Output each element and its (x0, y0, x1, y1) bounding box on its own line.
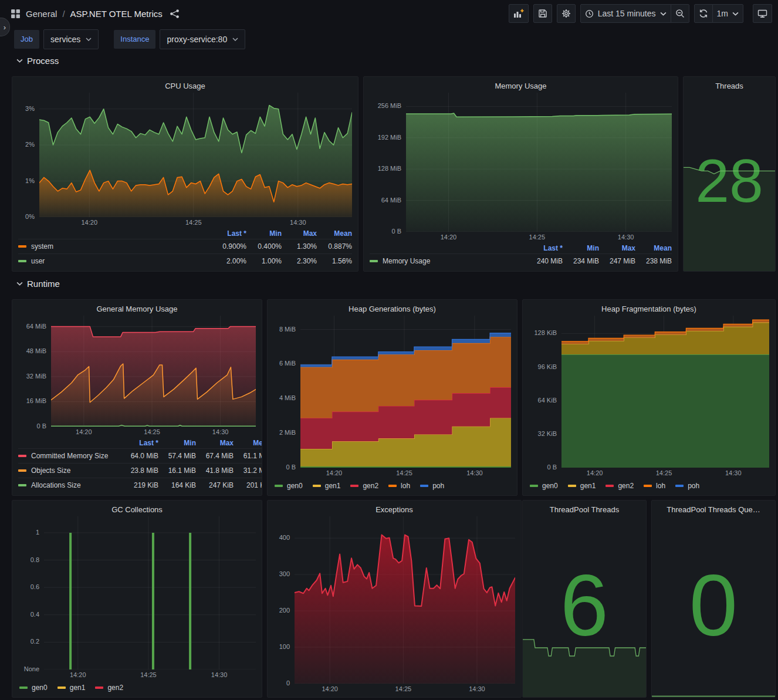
x-axis: 14:2014:2514:30 (273, 468, 511, 478)
legend-item[interactable]: gen2 (606, 482, 634, 490)
chevron-down-icon (16, 282, 23, 286)
legend-series-name[interactable]: system (18, 242, 211, 251)
add-panel-button[interactable] (509, 4, 529, 23)
job-variable-label[interactable]: Job (14, 30, 39, 49)
legend-column-header[interactable]: Mean (234, 439, 262, 447)
chart-canvas[interactable] (561, 316, 769, 468)
legend-column-header[interactable]: Max (599, 244, 635, 252)
breadcrumb-separator: / (62, 9, 65, 19)
legend-column-header[interactable]: Mean (317, 229, 352, 238)
section-runtime[interactable]: Runtime (16, 279, 60, 289)
x-tick-label: 14:25 (529, 234, 546, 241)
legend-value: 238 MiB (635, 257, 672, 265)
panel-title[interactable]: Memory Usage (370, 80, 672, 93)
legend-column-header[interactable]: Min (246, 229, 282, 238)
dashboards-grid-icon[interactable] (11, 9, 21, 19)
y-tick-label: 200 (279, 607, 290, 614)
legend-column-header[interactable]: Min (563, 244, 599, 252)
panel-threadpool-queue: ThreadPool Threads Que… 0 (651, 500, 776, 698)
dashboard-title[interactable]: ASP.NET OTEL Metrics (70, 9, 163, 19)
chart-canvas[interactable] (39, 93, 352, 217)
dashboard-settings-button[interactable] (557, 4, 576, 23)
plot-area: 0 B2 MiB4 MiB6 MiB8 MiB (273, 316, 511, 468)
refresh-button[interactable] (694, 4, 713, 23)
panel-cpu-usage: CPU Usage 0%1%2%3%14:2014:2514:30Last *M… (12, 76, 358, 272)
legend-row[interactable]: Memory Usage240 MiB234 MiB247 MiB238 MiB (370, 253, 672, 268)
zoom-out-button[interactable] (671, 4, 689, 23)
legend-item[interactable]: gen2 (350, 482, 378, 490)
x-tick-label: 14:30 (466, 469, 483, 476)
panel-title[interactable]: GC Collections (18, 503, 256, 516)
legend-item[interactable]: gen0 (530, 482, 558, 490)
legend-series-name[interactable]: Memory Usage (370, 257, 526, 265)
legend-column-header[interactable]: Max (282, 229, 317, 238)
panel-title[interactable]: General Memory Usage (18, 303, 256, 316)
y-tick-label: 4 MiB (279, 394, 296, 401)
y-axis: 0 B64 MiB128 MiB192 MiB256 MiB (370, 93, 406, 232)
legend-row[interactable]: system0.900%0.400%1.30%0.887% (18, 239, 352, 253)
legend-header: Last *MinMaxMean (18, 228, 352, 239)
legend-row[interactable]: user2.00%1.00%2.30%1.56% (18, 253, 352, 268)
legend-column-header[interactable]: Mean (635, 244, 672, 252)
legend-item[interactable]: gen1 (57, 684, 86, 692)
save-dashboard-button[interactable] (533, 4, 552, 23)
chart-canvas[interactable] (51, 316, 256, 427)
instance-variable-label[interactable]: Instance (114, 30, 155, 49)
legend-row[interactable]: Committed Memory Size64.0 MiB57.4 MiB67.… (18, 448, 262, 463)
chart-canvas[interactable] (300, 316, 511, 468)
legend-column-header[interactable]: Last * (526, 244, 563, 252)
legend-item[interactable]: gen0 (19, 684, 48, 692)
legend-row[interactable]: Allocations Size219 KiB164 KiB247 KiB201… (18, 478, 262, 492)
chevron-down-icon (86, 38, 92, 41)
legend-series-name[interactable]: Committed Memory Size (18, 452, 121, 460)
legend-item[interactable]: loh (388, 482, 410, 490)
y-tick-label: 128 KiB (534, 329, 557, 336)
y-tick-label: 64 KiB (538, 397, 557, 404)
time-range-picker[interactable]: Last 15 minutes (580, 4, 671, 23)
legend-row[interactable]: Objects Size23.8 MiB16.1 MiB41.8 MiB31.2… (18, 463, 262, 478)
instance-variable-dropdown[interactable]: proxy-service:80 (160, 29, 245, 49)
legend-item[interactable]: loh (644, 482, 665, 490)
legend-series-name[interactable]: Objects Size (18, 466, 121, 475)
time-controls: Last 15 minutes (580, 4, 689, 23)
chart-canvas[interactable] (406, 93, 672, 232)
legend-item[interactable]: gen2 (95, 684, 123, 692)
chart-canvas[interactable] (295, 516, 515, 684)
tv-mode-button[interactable] (753, 4, 772, 23)
share-icon[interactable] (170, 9, 180, 19)
chevron-down-icon (660, 12, 667, 16)
section-process[interactable]: Process (16, 56, 59, 66)
legend-item[interactable]: gen1 (313, 482, 341, 490)
sparkline (523, 638, 646, 697)
panel-title[interactable]: ThreadPool Threads (529, 503, 640, 516)
toolbar: Last 15 minutes 1m (509, 4, 772, 23)
legend-item[interactable]: poh (420, 482, 444, 490)
cpu-usage-chart: 0%1%2%3%14:2014:2514:30Last *MinMaxMeans… (18, 93, 352, 268)
legend-series-name[interactable]: user (18, 257, 211, 265)
legend-column-header[interactable]: Last * (121, 439, 158, 447)
x-tick-label: 14:30 (469, 685, 485, 692)
job-variable-dropdown[interactable]: services (43, 29, 99, 49)
legend-column-header[interactable]: Last * (211, 229, 246, 238)
legend-value: 247 MiB (599, 257, 635, 265)
breadcrumb-general[interactable]: General (26, 9, 57, 19)
panel-title[interactable]: Exceptions (273, 503, 515, 516)
legend-series-name[interactable]: Allocations Size (18, 481, 121, 489)
panel-title[interactable]: Heap Fragmentation (bytes) (529, 303, 769, 316)
panel-title[interactable]: Threads (689, 80, 769, 93)
y-axis: 0100200300400 (273, 516, 295, 684)
legend-item[interactable]: poh (675, 482, 699, 490)
legend-item[interactable]: gen0 (275, 482, 303, 490)
legend-item[interactable]: gen1 (568, 482, 596, 490)
panel-title[interactable]: ThreadPool Threads Que… (658, 503, 769, 516)
refresh-interval-dropdown[interactable]: 1m (712, 4, 743, 23)
legend: gen0gen1gen2lohpoh (273, 478, 511, 492)
x-axis: 14:2014:2514:30 (18, 217, 352, 228)
legend-column-header[interactable]: Min (158, 439, 196, 447)
chart-canvas[interactable] (44, 516, 256, 669)
panel-title[interactable]: CPU Usage (18, 80, 352, 93)
panel-title[interactable]: Heap Generations (bytes) (273, 303, 511, 316)
legend-column-header[interactable]: Max (196, 439, 234, 447)
panel-exceptions: Exceptions 010020030040014:2014:2514:30 (267, 500, 522, 698)
refresh-controls: 1m (694, 4, 743, 23)
